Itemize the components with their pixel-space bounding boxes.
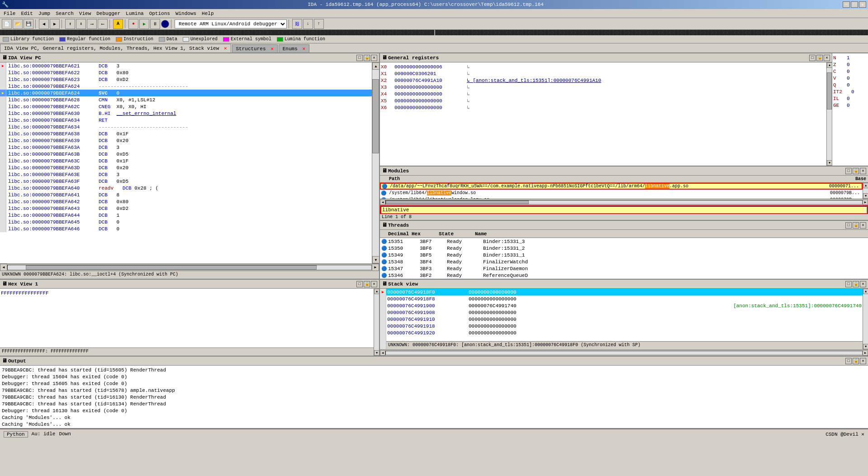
toolbar-up[interactable]: ⬆ xyxy=(65,19,75,29)
threads-content[interactable]: 🔵 15351 3BF7 Ready Binder:15331_3 🔵 1535… xyxy=(380,238,868,279)
code-row-20[interactable]: libc.so:00000079BBEFA642 DCB 0x80 xyxy=(0,198,372,205)
toolbar-save[interactable]: 💾 xyxy=(24,19,33,29)
modules-lock[interactable]: 🔒 xyxy=(853,168,859,174)
modules-content[interactable]: 🔵 /data/app/~~LFnvzThcaf8uqrRKH_u5WA==/c… xyxy=(380,183,863,199)
hex-lock[interactable]: 🔒 xyxy=(364,281,370,287)
menu-search[interactable]: Search xyxy=(53,10,76,17)
stack-row-5[interactable]: 00000076C4991918 0000000000000000 xyxy=(386,323,863,329)
stack-scroll-up[interactable]: ▲ xyxy=(863,289,868,294)
code-row-21[interactable]: libc.so:00000079BBEFA643 DCB 0xD2 xyxy=(0,205,372,212)
menu-jump[interactable]: Jump xyxy=(36,10,53,17)
menu-help[interactable]: Help xyxy=(199,10,216,17)
debugger-dropdown[interactable]: Remote ARM Linux/Android debugger xyxy=(175,19,287,29)
toolbar-pause[interactable]: ⏸ xyxy=(150,19,160,29)
output-lock[interactable]: 🔒 xyxy=(853,358,859,364)
modules-vscrollbar[interactable]: ▲ ▼ xyxy=(863,183,868,199)
hex-scroll-track[interactable] xyxy=(374,294,379,350)
modules-scroll-down[interactable]: ▼ xyxy=(863,193,868,199)
stack-hscrollbar[interactable]: ◀ ▶ xyxy=(380,349,868,356)
thread-row-2[interactable]: 🔵 15349 3BF5 Ready Binder:15331_1 xyxy=(380,252,868,258)
code-row-24[interactable]: libc.so:00000079BBEFA646 DCB 0 xyxy=(0,225,372,232)
modules-hscroll-right[interactable]: ▶ xyxy=(863,200,868,205)
reg-scroll-thumb[interactable] xyxy=(827,72,832,109)
code-row-23[interactable]: libc.so:00000079BBEFA645 DCB 0 xyxy=(0,219,372,225)
tab-structures-close[interactable]: ✕ xyxy=(270,46,274,52)
hex-float[interactable]: □ xyxy=(356,281,363,287)
menu-windows[interactable]: Windows xyxy=(173,10,199,17)
overview-bar[interactable] xyxy=(0,30,868,35)
modules-hscrollbar[interactable]: ◀ ▶ xyxy=(380,199,868,205)
stack-content[interactable]: 00000076C49918F0 0000000000000000 000000… xyxy=(386,289,863,341)
output-close[interactable]: ✕ xyxy=(860,358,866,364)
registers-lock[interactable]: 🔒 xyxy=(816,55,823,61)
code-row-13[interactable]: libc.so:00000079BBEFA63B DCB 0xD5 xyxy=(0,151,372,157)
code-row-10[interactable]: libc.so:00000079BBEFA638 DCB 0x1F xyxy=(0,130,372,137)
code-row-19[interactable]: libc.so:00000079BBEFA641 DCB 8 xyxy=(0,191,372,198)
module-row-1[interactable]: 🔵 /system/lib64/libnativewindow.so 00000… xyxy=(380,190,863,196)
toolbar-attach[interactable]: ⛓ xyxy=(292,19,302,29)
ida-panel-float[interactable]: □ xyxy=(356,55,363,61)
modules-hscroll-track[interactable] xyxy=(385,200,863,205)
reg-scroll-up[interactable]: ▲ xyxy=(827,62,832,68)
toolbar-xrefs[interactable]: ⟵ xyxy=(98,19,108,29)
menu-view[interactable]: View xyxy=(76,10,94,17)
stack-row-2[interactable]: 00000076C4991900 00000076C4991740 [anon:… xyxy=(386,302,863,309)
registers-content[interactable]: X0 0000000000000006 ↳ X1 000000C0306201 … xyxy=(380,62,826,166)
menu-edit[interactable]: Edit xyxy=(18,10,35,17)
stack-scroll-track[interactable] xyxy=(863,294,868,344)
stack-row-3[interactable]: 00000076C4991908 0000000000000000 xyxy=(386,309,863,316)
registers-close[interactable]: ✕ xyxy=(824,55,830,61)
stack-lock[interactable]: 🔒 xyxy=(853,281,859,287)
reg-vscrollbar[interactable]: ▲ ▼ xyxy=(826,62,832,166)
status-python[interactable]: Python xyxy=(4,431,28,438)
reg-scroll-down[interactable]: ▼ xyxy=(827,160,832,166)
code-row-4[interactable]: ▶ libc.so:00000079BBEFA624 SVC 0 xyxy=(0,90,372,96)
module-row-0[interactable]: 🔵 /data/app/~~LFnvzThcaf8uqrRKH_u5WA==/c… xyxy=(380,183,863,190)
code-row-8[interactable]: libc.so:00000079BBEFA634 RET xyxy=(0,117,372,124)
stack-hscroll-right[interactable]: ▶ xyxy=(863,350,868,356)
code-row-22[interactable]: libc.so:00000079BBEFA644 DCB 1 xyxy=(0,212,372,219)
hex-close[interactable]: ✕ xyxy=(371,281,377,287)
threads-float[interactable]: □ xyxy=(845,222,852,228)
toolbar-forward[interactable]: ▶ xyxy=(50,19,60,29)
threads-close[interactable]: ✕ xyxy=(860,222,866,228)
thread-row-1[interactable]: 🔵 15350 3BF6 Ready Binder:15331_2 xyxy=(380,245,868,252)
menu-debugger[interactable]: Debugger xyxy=(94,10,123,17)
toolbar-hex[interactable]: A xyxy=(113,19,123,29)
modules-close[interactable]: ✕ xyxy=(860,168,866,174)
tab-main-close[interactable]: ✕ xyxy=(224,46,227,51)
ida-scroll-thumb[interactable] xyxy=(372,79,379,154)
toolbar-new[interactable]: 📄 xyxy=(2,19,12,29)
code-row-2[interactable]: libc.so:00000079BBEFA623 DCB 0xD2 xyxy=(0,76,372,83)
code-row-1[interactable]: libc.so:00000079BBEFA622 DCB 0x80 xyxy=(0,69,372,76)
code-row-14[interactable]: libc.so:00000079BBEFA63C DCB 0x1F xyxy=(0,157,372,164)
hex-scroll-down[interactable]: ▼ xyxy=(374,350,379,356)
hscroll-right[interactable]: ▶ xyxy=(372,264,379,271)
code-row-0[interactable]: ▶ libc.so:00000079BBEFA621 DCB 3 xyxy=(0,62,372,69)
code-row-15[interactable]: libc.so:00000079BBEFA63D DCB 0x20 xyxy=(0,164,372,171)
menu-file[interactable]: File xyxy=(1,10,18,17)
reg-scroll-track[interactable] xyxy=(827,68,832,160)
output-content[interactable]: 79BBEA9CBC: thread has started (tid=1560… xyxy=(0,366,868,428)
menu-options[interactable]: Options xyxy=(147,10,173,17)
code-row-18[interactable]: libc.so:00000079BBEFA640 readv DCB 0x28 … xyxy=(0,185,372,191)
ida-code-view[interactable]: ▶ libc.so:00000079BBEFA621 DCB 3 libc.so… xyxy=(0,62,372,263)
modules-hscroll-thumb[interactable] xyxy=(386,200,529,204)
toolbar-stepout[interactable]: ↑ xyxy=(314,19,324,29)
code-row-9[interactable]: libc.so:00000079BBEFA634 ---------------… xyxy=(0,124,372,130)
maximize-btn[interactable]: □ xyxy=(851,1,858,8)
ida-vscrollbar[interactable]: ▲ ▼ xyxy=(372,62,379,263)
tab-enums-close[interactable]: ✕ xyxy=(302,46,305,52)
code-row-11[interactable]: libc.so:00000079BBEFA639 DCB 0x20 xyxy=(0,137,372,144)
ida-panel-lock[interactable]: 🔒 xyxy=(364,55,370,61)
stack-row-6[interactable]: 00000076C4991920 0000000000000000 xyxy=(386,329,863,336)
code-row-16[interactable]: libc.so:00000079BBEFA63E DCB 3 xyxy=(0,171,372,178)
stack-close[interactable]: ✕ xyxy=(860,281,866,287)
modules-hscroll-left[interactable]: ◀ xyxy=(380,200,385,205)
modules-float[interactable]: □ xyxy=(845,168,852,174)
reg-X2-comment[interactable]: ↳ [anon:stack_and_tls:15351]:00000076C49… xyxy=(467,77,601,83)
code-row-5[interactable]: libc.so:00000079BBEFA628 CMN X0, #1,LSL#… xyxy=(0,96,372,103)
hscroll-thumb[interactable] xyxy=(26,265,317,270)
ida-panel-close[interactable]: ✕ xyxy=(371,55,377,61)
hex-content[interactable]: FFFFFFFFFFFFFFFF xyxy=(0,289,374,347)
